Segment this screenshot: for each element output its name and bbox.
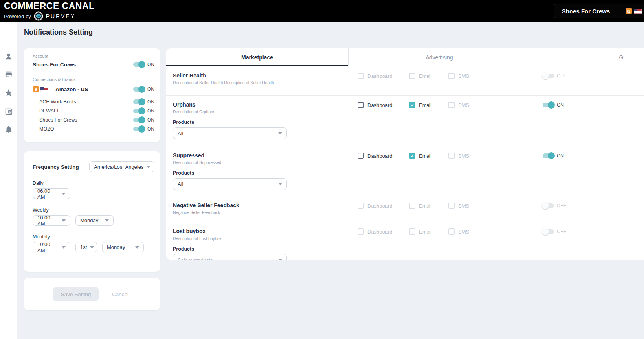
tab-marketplace[interactable]: Marketplace: [166, 48, 348, 66]
brand-name: MOZO: [39, 126, 54, 132]
cancel-button[interactable]: Cancel: [110, 291, 131, 298]
checkbox-box: [448, 153, 455, 159]
products-dropdown[interactable]: Select products: [173, 254, 287, 260]
notification-row: Seller Health Description of Seller Heal…: [166, 66, 644, 95]
brand-toggle[interactable]: [133, 109, 145, 113]
products-section: Products All: [173, 170, 638, 190]
brand-toggle[interactable]: [133, 118, 145, 122]
checkbox-box[interactable]: [358, 102, 364, 108]
checkbox-label: SMS: [458, 102, 469, 108]
frequency-header-row: Frequency Setting America/Los_Angeles: [33, 161, 154, 172]
chevron-down-icon: [62, 219, 66, 222]
user-icon[interactable]: [4, 52, 13, 61]
notification-toggle[interactable]: [543, 229, 554, 234]
store-icon[interactable]: [4, 70, 13, 79]
notification-title: Suppressed: [173, 152, 638, 159]
checkbox-email[interactable]: Email: [409, 153, 432, 159]
brand-toggle-group: ON: [133, 126, 154, 132]
checkbox-box: [448, 203, 455, 209]
account-toggle-group: ON: [133, 62, 154, 67]
products-dropdown[interactable]: All: [173, 178, 287, 190]
toggle-knob: [138, 61, 145, 68]
row-toggle-group: ON: [543, 153, 564, 158]
checkbox-box: [448, 102, 455, 108]
account-chip-label: Shoes For Crews: [554, 8, 618, 15]
chevron-down-icon: [135, 246, 139, 249]
brand-toggle-state: ON: [147, 108, 154, 114]
products-label: Products: [173, 246, 638, 252]
checkbox-box[interactable]: [358, 153, 364, 159]
wallet-icon[interactable]: [4, 107, 13, 116]
checkbox-dashboard: Dashboard: [358, 228, 393, 235]
checkbox-box: [409, 203, 415, 209]
brand-list: ACE Work Boots ON DEWALT ON Shoes For Cr…: [33, 97, 156, 133]
brand-row: Shoes For Crews ON: [33, 115, 156, 124]
brand-toggle-state: ON: [147, 99, 154, 105]
page-title: Notifications Setting: [24, 28, 93, 37]
notifications-panel: Marketplace Advertising G Seller Health …: [166, 48, 644, 260]
account-selector-chip[interactable]: Shoes For Crews: [554, 4, 644, 18]
checkbox-label: Email: [419, 229, 432, 235]
star-icon[interactable]: [4, 88, 13, 97]
checkbox-label: SMS: [458, 153, 469, 159]
checkbox-dashboard[interactable]: Dashboard: [358, 102, 393, 108]
checkbox-dashboard[interactable]: Dashboard: [358, 153, 393, 159]
left-icon-rail: [0, 22, 17, 339]
toggle-state-label: OFF: [557, 203, 566, 208]
connection-name: Amazon - US: [55, 87, 133, 92]
checkbox-email[interactable]: Email: [409, 102, 432, 108]
checkbox-box: [358, 203, 364, 209]
app-brand: COMMERCE CANAL: [4, 1, 95, 11]
toggle-knob: [138, 116, 145, 123]
notification-description: Description of Suppressed: [173, 160, 638, 165]
toggle-knob: [542, 72, 549, 79]
notification-toggle[interactable]: [543, 103, 554, 107]
monthly-day-dropdown[interactable]: Monday: [102, 242, 144, 252]
notification-toggle[interactable]: [543, 203, 554, 208]
monthly-ordinal-value: 1st: [80, 244, 87, 250]
account-toggle[interactable]: [133, 62, 145, 67]
notification-row: Negative Seller Feedback Negative Seller…: [166, 196, 644, 222]
checkbox-box[interactable]: [409, 102, 415, 108]
bell-icon[interactable]: [4, 125, 13, 134]
products-dropdown[interactable]: All: [173, 127, 287, 139]
brand-toggle-group: ON: [133, 108, 154, 114]
frequency-title: Frequency Setting: [33, 164, 79, 170]
checkbox-label: Dashboard: [367, 73, 393, 79]
brand-toggle[interactable]: [133, 99, 145, 104]
checkbox-dashboard: Dashboard: [358, 203, 393, 209]
weekly-day-dropdown[interactable]: Monday: [75, 215, 114, 226]
checkbox-box: [409, 228, 415, 235]
save-setting-button[interactable]: Save Setting: [53, 287, 99, 301]
chevron-down-icon: [62, 246, 66, 249]
notification-title: Lost buybox: [173, 228, 638, 235]
daily-time-dropdown[interactable]: 06:00 AM: [33, 188, 70, 199]
notification-row: Lost buybox Description of Lost buybox P…: [166, 222, 644, 260]
notification-title: Negative Seller Feedback: [173, 202, 638, 209]
account-card: Account Shoes For Crews ON Connections &…: [24, 48, 160, 142]
brand-toggle[interactable]: [133, 127, 145, 131]
monthly-time-dropdown[interactable]: 10:00 AM: [33, 242, 70, 252]
timezone-value: America/Los_Angeles: [94, 164, 143, 170]
daily-label: Daily: [33, 181, 154, 186]
tab-global-cutoff[interactable]: G: [530, 48, 644, 66]
daily-time-value: 06:00 AM: [37, 188, 59, 200]
connection-toggle[interactable]: [133, 87, 145, 92]
notification-toggle[interactable]: [543, 153, 554, 158]
brand-toggle-state: ON: [147, 117, 154, 123]
top-header: COMMERCE CANAL Powered by PURVEY Shoes F…: [0, 0, 644, 22]
account-toggle-state: ON: [147, 62, 154, 67]
weekly-time-value: 10:00 AM: [37, 215, 59, 227]
products-value: Select products: [178, 257, 213, 260]
chip-icons: [618, 8, 642, 14]
checkbox-box: [409, 73, 415, 79]
weekly-time-dropdown[interactable]: 10:00 AM: [33, 215, 70, 226]
notification-toggle[interactable]: [543, 74, 554, 78]
monthly-ordinal-dropdown[interactable]: 1st: [75, 242, 97, 252]
tab-bar: Marketplace Advertising G: [166, 48, 644, 66]
timezone-dropdown[interactable]: America/Los_Angeles: [89, 161, 154, 172]
checkbox-box: [358, 228, 364, 235]
checkbox-box[interactable]: [409, 153, 415, 159]
powered-by-row: Powered by PURVEY: [4, 11, 95, 21]
tab-advertising[interactable]: Advertising: [348, 48, 530, 66]
